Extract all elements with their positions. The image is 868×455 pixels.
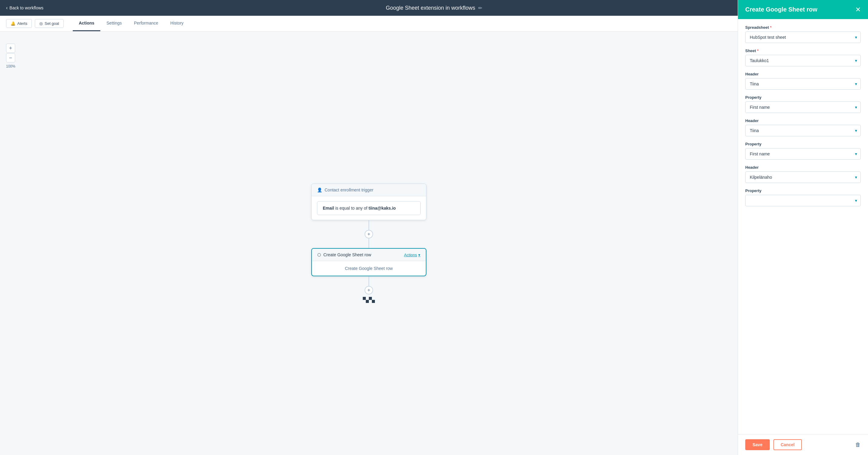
tab-actions[interactable]: Actions <box>73 16 100 31</box>
user-icon: 👤 <box>317 188 322 192</box>
sheet-select[interactable]: Taulukko1 <box>745 55 861 66</box>
action-node-header: ⬡ Create Google Sheet row Actions ▾ <box>312 249 426 261</box>
add-step-button-1[interactable]: + <box>365 230 373 238</box>
panel-body: Spreadsheet * HubSpot test sheet ▾ Sheet… <box>738 19 868 434</box>
header2-label: Header <box>745 119 861 123</box>
action-node-body: Create Google Sheet row <box>312 261 426 276</box>
right-panel: Create Google Sheet row ✕ Spreadsheet * … <box>738 0 868 455</box>
header2-select[interactable]: Tiina <box>745 125 861 136</box>
workflow-title-text: Google Sheet extension in workflows <box>386 5 475 11</box>
delete-button[interactable]: 🗑 <box>855 442 861 448</box>
sheet-select-wrapper: Taulukko1 ▾ <box>745 55 861 66</box>
tabs: Actions Settings Performance History <box>73 16 190 31</box>
header1-select[interactable]: Tiina <box>745 78 861 90</box>
action-header-label: Create Google Sheet row <box>323 252 371 257</box>
header3-field-group: Header Kilpelänaho ▾ <box>745 165 861 183</box>
spreadsheet-select-wrapper: HubSpot test sheet ▾ <box>745 32 861 43</box>
property2-select[interactable]: First name <box>745 148 861 160</box>
condition-box[interactable]: Email is equal to any of tiina@kaks.io <box>317 201 421 215</box>
condition-operator: is equal to any of <box>335 206 369 210</box>
property2-select-wrapper: First name ▾ <box>745 148 861 160</box>
tab-performance[interactable]: Performance <box>128 16 164 31</box>
zoom-controls: + − 100% <box>6 44 16 68</box>
spreadsheet-field-group: Spreadsheet * HubSpot test sheet ▾ <box>745 25 861 43</box>
condition-value: tiina@kaks.io <box>369 206 396 210</box>
spreadsheet-select[interactable]: HubSpot test sheet <box>745 32 861 43</box>
trigger-header-label: Contact enrollment trigger <box>324 188 373 192</box>
panel-title: Create Google Sheet row <box>745 6 817 13</box>
panel-footer: Save Cancel 🗑 <box>738 434 868 455</box>
property3-field-group: Property ▾ <box>745 188 861 206</box>
alerts-button[interactable]: 🔔 Alerts <box>6 19 32 28</box>
add-step-button-2[interactable]: + <box>365 286 373 294</box>
actions-dropdown-button[interactable]: Actions ▾ <box>404 253 421 257</box>
property1-select-wrapper: First name ▾ <box>745 101 861 113</box>
action-node-icon: ⬡ <box>317 252 321 257</box>
property2-label: Property <box>745 142 861 146</box>
workflow-end-marker <box>363 297 375 303</box>
save-button[interactable]: Save <box>745 439 770 450</box>
set-goal-button[interactable]: ◎ Set goal <box>35 19 64 28</box>
header1-label: Header <box>745 72 861 76</box>
panel-close-button[interactable]: ✕ <box>855 6 861 13</box>
connector-line-2 <box>369 238 369 248</box>
zoom-level-label: 100% <box>6 64 16 68</box>
action-node: ⬡ Create Google Sheet row Actions ▾ Crea… <box>311 248 427 276</box>
workflow-canvas-area: + − 100% 👤 Contact enrollment trigger Em… <box>0 32 738 455</box>
set-goal-label: Set goal <box>44 21 59 26</box>
back-arrow-icon: ‹ <box>6 5 7 10</box>
back-link-label: Back to workflows <box>9 5 43 10</box>
connector-line-3 <box>369 276 369 286</box>
workflow-nodes: 👤 Contact enrollment trigger Email is eq… <box>311 184 427 303</box>
trigger-node-body: Email is equal to any of tiina@kaks.io <box>312 196 426 220</box>
tab-history[interactable]: History <box>164 16 190 31</box>
edit-title-icon[interactable]: ✏ <box>478 5 482 11</box>
workflow-title: Google Sheet extension in workflows ✏ <box>386 5 482 11</box>
goal-icon: ◎ <box>39 21 43 26</box>
sheet-field-group: Sheet * Taulukko1 ▾ <box>745 48 861 66</box>
header3-select[interactable]: Kilpelänaho <box>745 171 861 183</box>
sheet-label: Sheet * <box>745 48 861 53</box>
header3-label: Header <box>745 165 861 170</box>
property3-select[interactable] <box>745 195 861 206</box>
sheet-required-star: * <box>757 48 758 53</box>
header3-select-wrapper: Kilpelänaho ▾ <box>745 171 861 183</box>
alerts-label: Alerts <box>17 21 27 26</box>
bell-icon: 🔔 <box>10 21 16 26</box>
action-body-text: Create Google Sheet row <box>345 266 393 271</box>
zoom-in-button[interactable]: + <box>6 44 15 53</box>
cancel-button[interactable]: Cancel <box>773 439 802 450</box>
property3-select-wrapper: ▾ <box>745 195 861 206</box>
header2-select-wrapper: Tiina ▾ <box>745 125 861 136</box>
actions-chevron-icon: ▾ <box>418 253 421 257</box>
trigger-node: 👤 Contact enrollment trigger Email is eq… <box>311 184 427 220</box>
property1-field-group: Property First name ▾ <box>745 95 861 113</box>
tab-settings[interactable]: Settings <box>100 16 128 31</box>
connector-line-1 <box>369 220 369 230</box>
property1-select[interactable]: First name <box>745 101 861 113</box>
condition-field: Email <box>323 206 334 210</box>
spreadsheet-label: Spreadsheet * <box>745 25 861 30</box>
zoom-out-button[interactable]: − <box>6 53 15 62</box>
action-header-left: ⬡ Create Google Sheet row <box>317 252 371 257</box>
header1-field-group: Header Tiina ▾ <box>745 72 861 90</box>
trigger-node-header: 👤 Contact enrollment trigger <box>312 184 426 196</box>
property3-label: Property <box>745 188 861 193</box>
property2-field-group: Property First name ▾ <box>745 142 861 160</box>
spreadsheet-required-star: * <box>770 25 772 30</box>
panel-header: Create Google Sheet row ✕ <box>738 0 868 19</box>
property1-label: Property <box>745 95 861 100</box>
header2-field-group: Header Tiina ▾ <box>745 119 861 136</box>
trash-icon: 🗑 <box>855 442 861 448</box>
back-to-workflows-link[interactable]: ‹ Back to workflows <box>6 5 43 10</box>
header1-select-wrapper: Tiina ▾ <box>745 78 861 90</box>
